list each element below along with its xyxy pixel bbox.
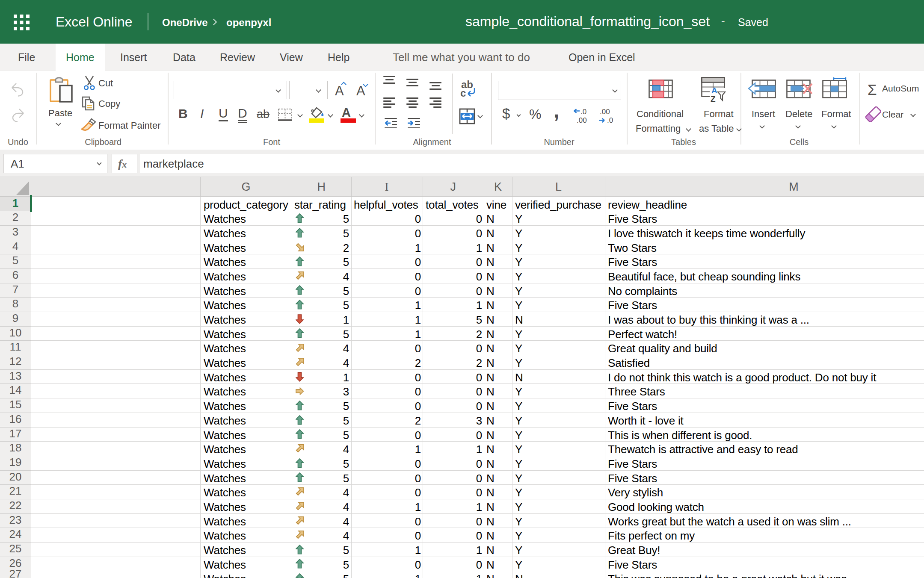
svg-text:.0: .0 [607, 116, 613, 124]
svg-text:Z: Z [711, 94, 716, 103]
svg-text:A: A [711, 86, 717, 95]
svg-text:.0: .0 [580, 108, 586, 116]
svg-text:.00: .00 [577, 116, 587, 124]
svg-text:.00: .00 [600, 108, 610, 116]
